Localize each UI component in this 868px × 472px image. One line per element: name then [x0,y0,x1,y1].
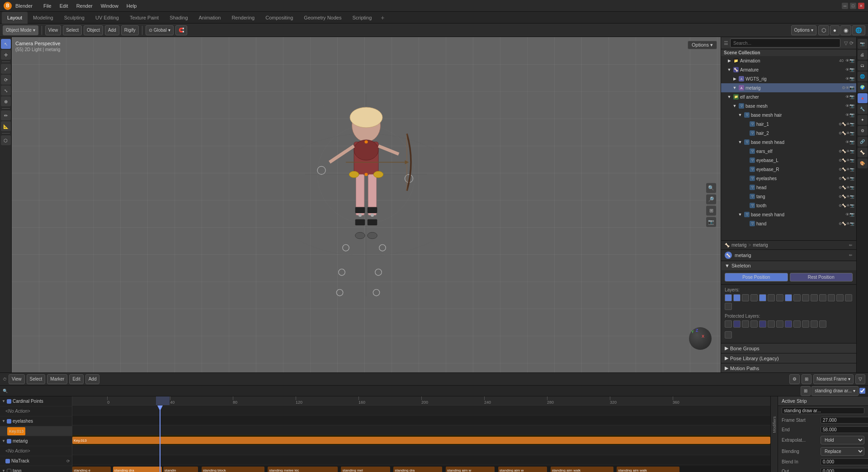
tab-modeling[interactable]: Modeling [28,12,59,24]
tab-layout[interactable]: Layout [2,12,28,24]
minimize-button[interactable]: ─ [842,3,848,9]
strip-standing-e[interactable]: standing e [72,467,111,472]
eyer-render[interactable]: 📷 [850,167,854,172]
cardinal-checkbox[interactable] [7,399,11,404]
tab-rendering[interactable]: Rendering [226,12,260,24]
playhead[interactable] [160,405,160,472]
layer-8[interactable] [785,294,792,301]
head-render[interactable]: 📷 [850,186,854,190]
outliner-item-metarig[interactable]: ▼ A metarig ⚙ 👁 📷 [721,83,856,92]
key013-strip[interactable]: Key.013 [7,427,25,435]
maximize-button[interactable]: □ [850,3,856,9]
outliner-item-elf-archer[interactable]: ▼ 📁 elf archer 👁 📷 [721,92,856,101]
eyel-pose-icon[interactable]: 🦴 [842,158,846,162]
player-3[interactable] [742,320,749,328]
y-axis-gizmo[interactable]: Y [691,329,694,334]
tab-sculpting[interactable]: Sculpting [59,12,90,24]
player-12[interactable] [819,320,826,328]
tang-pose-icon[interactable]: 🦴 [842,195,846,199]
viewport[interactable]: Camera Perspective (55) 2D Light | metar… [12,37,721,372]
player-1[interactable] [725,320,732,328]
metarig-visibility[interactable]: 👁 [845,86,849,90]
tab-shading[interactable]: Shading [164,12,193,24]
track-eyelashes[interactable]: ▼ eyelashes [0,416,72,426]
filter-icon[interactable]: ▽ [844,40,848,46]
rendered-shading[interactable]: 🌐 [852,25,865,35]
hair1-pose-icon[interactable]: 🦴 [842,122,846,126]
outliner-item-eyebase-l[interactable]: ▽ eyebase_L ⚙ 🦴 👁 📷 [721,156,856,165]
head-visibility[interactable]: 👁 [845,140,849,144]
ears-bone-icon[interactable]: ⚙ [839,149,842,153]
anim-filter-btn[interactable]: ▽ [855,374,865,384]
player-2[interactable] [733,320,741,328]
tang-render[interactable]: 📷 [850,195,854,199]
eyer-bone-icon[interactable]: ⚙ [839,167,842,172]
armature-render[interactable]: 📷 [849,67,854,72]
snap-toggle[interactable]: 🧲 [175,25,187,35]
z-axis-gizmo[interactable]: Z [696,328,698,333]
view-menu[interactable]: View [45,25,61,35]
hand-bone-icon[interactable]: ⚙ [839,222,842,226]
elf-visibility[interactable]: 👁 [845,95,849,99]
head-visibility[interactable]: 👁 [846,186,850,190]
outliner-item-ears-elf[interactable]: ▽ ears_elf ⚙ 🦴 👁 📷 [721,147,856,156]
animation-timeline[interactable]: 0 40 80 120 160 200 240 280 320 360 [72,396,770,472]
hand-visibility[interactable]: 👁 [846,222,850,226]
outliner-item-base-mesh-hair[interactable]: ▼ ▽ base mesh hair 👁 📷 [721,110,856,119]
hair-visibility[interactable]: 👁 [845,113,849,117]
outliner-search-input[interactable] [730,38,840,48]
data-props-tab[interactable]: 🦴 [858,148,868,157]
armature-visibility[interactable]: 👁 [845,67,849,72]
view-layer-tab[interactable]: 🗂 [858,61,868,71]
nlatrack-checkbox[interactable] [5,459,10,463]
solid-shading[interactable]: ● [830,25,840,35]
track-tang[interactable]: ▼ tang [0,466,72,472]
hair2-render[interactable]: 📷 [850,131,854,135]
wireframe-shading[interactable]: ⬡ [818,25,829,35]
animation-render[interactable]: 📷 [849,58,854,63]
bone-groups-header[interactable]: ▶ Bone Groups [721,343,856,353]
tang-visibility[interactable]: 👁 [846,195,850,199]
outliner-item-base-mesh-hand[interactable]: ▼ ▽ base mesh hand 👁 📷 [721,210,856,219]
scene-tab[interactable]: 🌐 [858,72,868,81]
head-render[interactable]: 📷 [849,140,854,144]
hair-render[interactable]: 📷 [849,113,854,117]
outliner-item-wgts-rig[interactable]: ▶ A WGTS_rig 👁 📷 [721,74,856,83]
rigify-menu[interactable]: Rigify [121,25,139,35]
hair1-bone-icon[interactable]: ⚙ [839,122,842,126]
layer-5[interactable] [759,294,766,301]
tooth-bone-icon[interactable]: ⚙ [839,204,842,208]
outliner-item-hair1[interactable]: ▽ hair_1 ⚙ 🦴 👁 📷 [721,119,856,129]
hand-pose-icon[interactable]: 🦴 [842,222,846,226]
layer-6[interactable] [768,294,775,301]
tab-geometry-nodes[interactable]: Geometry Nodes [298,12,347,24]
layer-2[interactable] [733,294,741,301]
anim-view-menu[interactable]: View [9,374,25,384]
modifier-props-tab[interactable]: 🔧 [858,104,868,114]
x-axis-gizmo[interactable]: X [702,334,704,339]
head-pose-icon[interactable]: 🦴 [842,186,846,190]
annotate-tool[interactable]: ✏ [1,110,11,120]
metarig-pose-icon[interactable]: ⚙ [842,86,845,90]
menu-edit[interactable]: Edit [56,2,72,10]
tab-compositing[interactable]: Compositing [260,12,298,24]
tang-track-checkbox[interactable] [7,469,11,472]
constraints-tab[interactable]: 🔗 [858,137,868,147]
zoom-out-btn[interactable]: 🔎 [706,194,716,204]
hair2-pose-icon[interactable]: 🦴 [842,131,846,135]
strip-standing-aim-walk1[interactable]: standing aim walk [551,467,613,472]
tab-uv-editing[interactable]: UV Editing [90,12,124,24]
eyelashes-bone-icon[interactable]: ⚙ [839,176,842,181]
eyelashes-checkbox[interactable] [7,419,11,424]
tab-animation[interactable]: Animation [193,12,226,24]
tooth-visibility[interactable]: 👁 [846,204,850,208]
add-menu[interactable]: Add [105,25,119,35]
nlatrack-sync-icon[interactable]: ⟳ [66,459,70,463]
hair1-visibility[interactable]: 👁 [846,122,850,126]
breadcrumb-metarig-1[interactable]: metarig [731,243,746,248]
strip-name-input[interactable] [782,407,864,414]
frame-btn[interactable]: ⊞ [706,205,716,215]
outliner-item-tang[interactable]: ▽ tang ⚙ 🦴 👁 📷 [721,192,856,201]
cursor-tool[interactable]: ✛ [1,50,11,60]
strip-standin[interactable]: standin [163,467,198,472]
